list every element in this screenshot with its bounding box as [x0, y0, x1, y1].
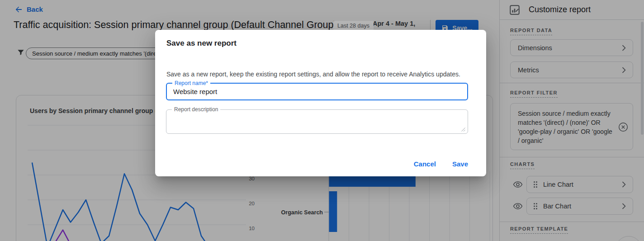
report-name-input[interactable] [167, 84, 467, 99]
report-name-label: Report name* [172, 80, 210, 86]
report-description-label: Report description [172, 106, 220, 113]
date-range-preset[interactable]: Last 28 days [333, 21, 374, 31]
cancel-button[interactable]: Cancel [414, 160, 436, 168]
save-as-new-report-dialog: Save as new report Save as a new report,… [155, 30, 486, 176]
report-description-field: Report description [166, 109, 468, 134]
report-description-input[interactable] [166, 110, 468, 133]
report-name-field: Report name* [166, 83, 468, 100]
date-range-preset-label: Last 28 days [337, 23, 369, 29]
resize-handle-icon[interactable] [461, 127, 465, 132]
dialog-description: Save as a new report, keep the existing … [166, 71, 481, 78]
dialog-title: Save as new report [166, 39, 237, 48]
dialog-save-button[interactable]: Save [452, 160, 468, 168]
dialog-actions: Cancel Save [414, 160, 468, 168]
